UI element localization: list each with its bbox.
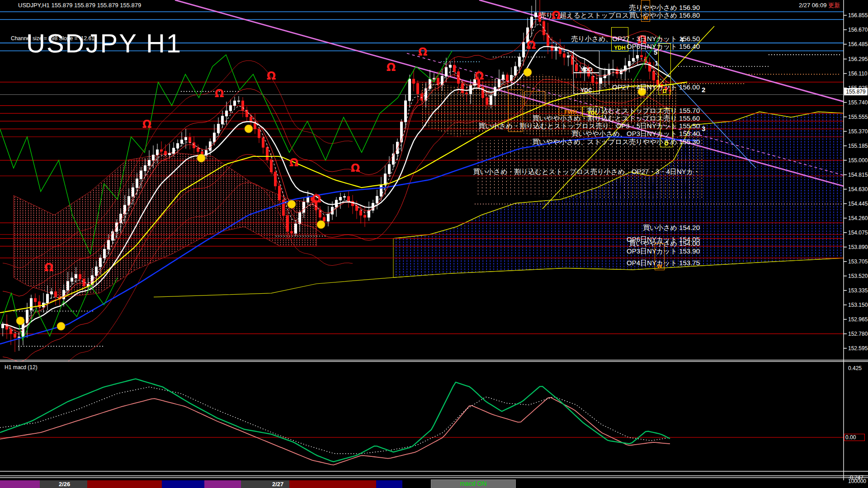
candle-up [490,96,492,104]
circle-marker-yellow [524,68,532,76]
circle-marker-yellow [197,154,205,162]
candle-down [356,206,358,211]
candle-down [291,231,293,233]
candle-up [555,47,557,50]
level-box-ydc: YDC [573,72,599,94]
date-label: 2/27 [272,481,283,488]
candle-up [523,42,525,57]
level-box-ydh: YDH [611,27,628,52]
omega-marker-red: Ω [44,261,53,274]
candle-down [246,110,248,117]
candle-down [242,101,244,110]
candle-up [128,197,130,205]
candle-up [132,188,134,196]
candle-down [506,75,509,81]
macd-toggle-button[interactable]: macd ON [431,479,516,488]
timeline-segment [289,480,376,488]
candle-up [222,116,224,124]
edge-number: 3 [702,125,705,132]
candle-up [104,249,106,258]
circle-marker-yellow [245,125,253,133]
candle-up [177,143,179,148]
candle-down [462,84,464,93]
candle-up [185,137,187,140]
price-tick-label: 155.555 [848,114,868,120]
price-tick-label: 155.740 [848,99,868,106]
price-tick-label: 155.185 [848,143,868,149]
level-box-w: W [641,0,650,22]
candle-down [165,151,167,155]
candle-up [628,61,631,66]
candle-down [563,54,566,57]
candle-up [637,56,639,58]
level-annotation: 買い小さめ・割り込むとストップロス売り小さめ、OP27・3・4日NYカ・ [473,168,700,176]
candle-up [217,124,220,133]
price-tick-label: 153.705 [848,258,868,265]
candle-up [368,210,370,217]
price-tick-label: 154.260 [848,215,868,221]
candle-down [417,84,419,94]
omega-marker-red: Ω [418,46,427,58]
candle-up [30,298,33,310]
macd-osma-pink [0,398,670,465]
candle-down [486,98,488,104]
chart-canvas: ΩΩΩΩΩΩΩΩΩΩΩΩΩ [0,0,868,488]
candle-down [197,148,199,151]
level-annotation: OP27・4日NYカット 156.00 [612,83,700,92]
price-tick-label: 155.370 [848,128,868,135]
candle-up [108,240,110,249]
candle-up [535,13,537,17]
candle-down [323,217,326,221]
candle-down [10,329,12,334]
level-annotation: 割り込むとストップロス売り 155.70 [587,107,700,115]
candle-down [641,56,643,57]
candle-up [600,78,602,83]
candle-up [230,106,232,111]
candle-up [295,224,297,233]
candle-up [632,58,635,61]
circle-marker-yellow [317,221,325,229]
candle-down [364,215,366,217]
candle-up [71,278,73,282]
price-tick-label: 153.890 [848,244,868,250]
updated-suffix: 更新 [828,2,840,9]
candle-down [14,334,16,338]
candle-down [466,93,468,94]
last-updated: 2/27 06:09 更新 [799,1,840,9]
edge-number: 2 [702,86,705,94]
candle-up [26,310,28,323]
price-tick-label: 154.630 [848,186,868,192]
cloud-edge [154,277,393,297]
candle-up [344,197,346,197]
updated-time: 2/27 06:09 [799,2,826,9]
candle-up [18,337,20,338]
level-box [508,89,523,132]
omega-marker-red: Ω [351,162,360,174]
omega-marker-red: Ω [527,39,536,52]
candle-up [409,79,411,101]
candle-down [653,71,655,80]
candle-up [140,171,142,179]
candle-down [278,186,281,200]
candle-down [348,197,350,201]
candle-up [226,111,228,116]
candle-down [189,137,191,143]
chart-watermark: USDJPY H1 [26,28,182,58]
candle-up [307,197,309,202]
price-tick-label: 153.520 [848,273,868,279]
omega-marker-red: Ω [475,70,484,82]
date-label: 2/26 [59,481,70,488]
candle-up [47,294,49,303]
level-annotation: 売りやや小さめ 156.90 [629,4,700,12]
candle-up [95,267,98,275]
candle-up [148,160,151,166]
candle-down [266,147,269,160]
candle-up [51,291,53,294]
timeline-segment [376,480,402,488]
price-tick-label: 156.670 [848,27,868,33]
candle-up [99,258,102,267]
candle-up [303,202,305,212]
omega-marker-red: Ω [387,61,396,74]
candle-up [567,56,570,57]
candle-down [453,65,456,71]
